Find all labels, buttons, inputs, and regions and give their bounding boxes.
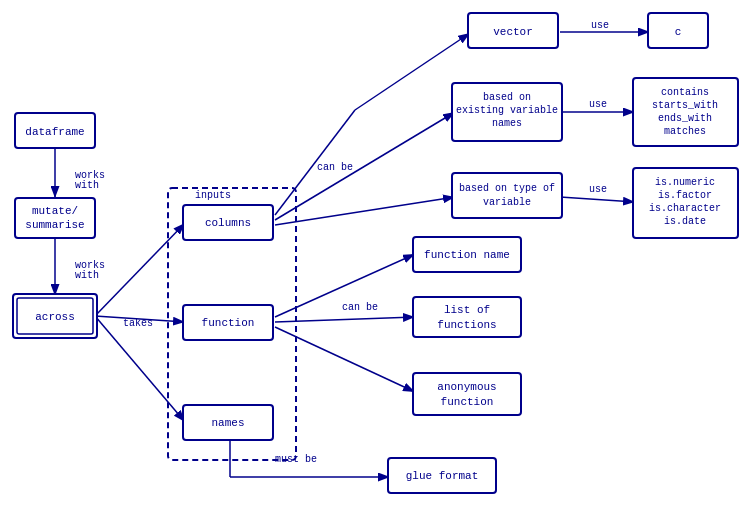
label-isnumeric-1: is.numeric — [655, 177, 715, 188]
label-list-2: functions — [437, 319, 496, 331]
label-mutate-2: summarise — [25, 219, 84, 231]
node-anon-function — [413, 373, 521, 415]
label-works-with-1b: with — [75, 180, 99, 191]
label-isnumeric-3: is.character — [649, 203, 721, 214]
node-mutate — [15, 198, 95, 238]
label-existing-3: names — [492, 118, 522, 129]
label-must-be: must be — [275, 454, 317, 465]
label-inputs: inputs — [195, 190, 231, 201]
label-mutate-1: mutate/ — [32, 205, 78, 217]
diagram-svg: can be can be use use use takes works wi… — [0, 0, 748, 513]
label-existing-2: existing variable — [456, 105, 558, 116]
label-columns: columns — [205, 217, 251, 229]
label-dataframe: dataframe — [25, 126, 84, 138]
label-list-1: list of — [444, 304, 490, 316]
label-contains-4: matches — [664, 126, 706, 137]
label-type-1: based on type of — [459, 183, 555, 194]
label-anon-2: function — [441, 396, 494, 408]
label-isnumeric-4: is.date — [664, 216, 706, 227]
label-function-name: function name — [424, 249, 510, 261]
label-across: across — [35, 311, 75, 323]
label-type-2: variable — [483, 197, 531, 208]
label-function: function — [202, 317, 255, 329]
label-can-be-func: can be — [342, 302, 378, 313]
label-contains-1: contains — [661, 87, 709, 98]
label-isnumeric-2: is.factor — [658, 190, 712, 201]
label-works-with-2b: with — [75, 270, 99, 281]
label-can-be-columns: can be — [317, 162, 353, 173]
edge-col-type — [275, 197, 455, 225]
edge-col-existing — [275, 112, 455, 220]
label-glue: glue format — [406, 470, 479, 482]
label-c: c — [675, 26, 682, 38]
label-contains-2: starts_with — [652, 100, 718, 111]
node-based-type — [452, 173, 562, 218]
label-use-existing: use — [589, 99, 607, 110]
edge-type-isnumeric — [560, 197, 635, 202]
label-anon-1: anonymous — [437, 381, 496, 393]
edge-across-names — [95, 316, 185, 422]
label-contains-3: ends_with — [658, 113, 712, 124]
label-existing-1: based on — [483, 92, 531, 103]
node-list-functions — [413, 297, 521, 337]
label-vector: vector — [493, 26, 533, 38]
label-use-type: use — [589, 184, 607, 195]
label-takes: takes — [123, 318, 153, 329]
edge-across-columns — [95, 223, 185, 316]
label-use-vector: use — [591, 20, 609, 31]
label-names: names — [211, 417, 244, 429]
